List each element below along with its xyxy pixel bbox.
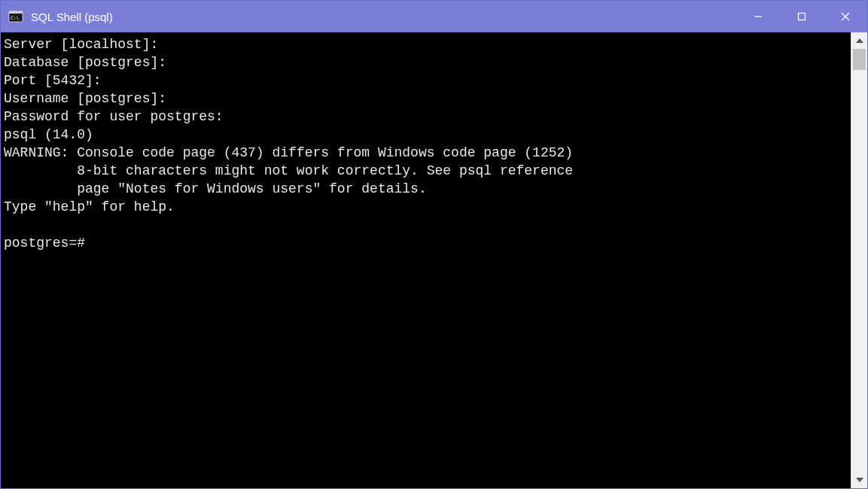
scroll-down-arrow[interactable] [851,472,867,488]
app-window: C:\ SQL Shell (psql) Server [localhost]:… [0,0,868,489]
titlebar[interactable]: C:\ SQL Shell (psql) [1,1,867,32]
window-title: SQL Shell (psql) [31,11,113,23]
window-body: Server [localhost]: Database [postgres]:… [1,32,867,488]
window-controls [736,1,867,32]
scroll-track[interactable] [851,49,867,472]
vertical-scrollbar[interactable] [851,32,867,488]
minimize-button[interactable] [736,1,780,32]
svg-marker-8 [856,478,863,482]
svg-rect-4 [799,14,806,20]
close-button[interactable] [824,1,867,32]
svg-rect-1 [9,11,23,14]
scroll-thumb[interactable] [853,49,866,70]
terminal-output[interactable]: Server [localhost]: Database [postgres]:… [1,32,851,488]
svg-text:C:\: C:\ [11,15,19,20]
scroll-up-arrow[interactable] [851,32,867,49]
svg-marker-7 [856,38,863,43]
maximize-button[interactable] [780,1,824,32]
app-icon: C:\ [8,10,23,23]
